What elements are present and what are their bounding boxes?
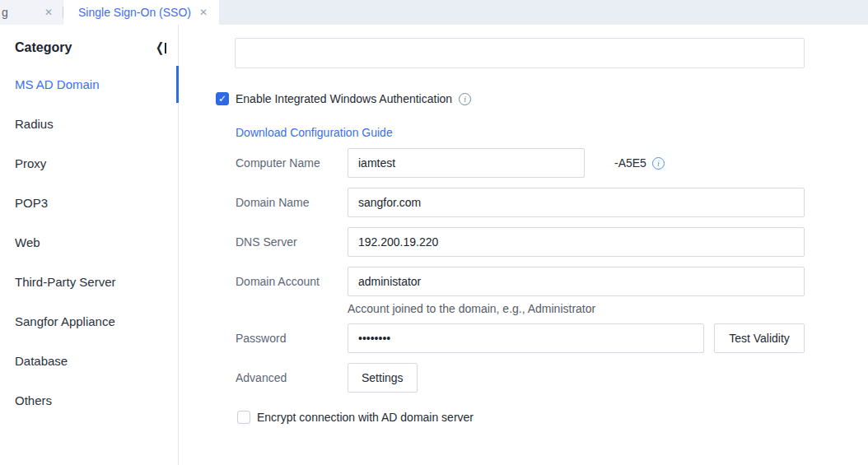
advanced-row: Advanced Settings <box>236 363 868 393</box>
computer-name-label: Computer Name <box>236 156 348 170</box>
domain-name-row: Domain Name <box>236 188 868 217</box>
domain-account-help-text: Account joined to the domain, e.g., Admi… <box>348 302 595 315</box>
dns-server-row: DNS Server <box>236 227 868 257</box>
info-icon[interactable]: i <box>459 93 471 105</box>
tab-single-sign-on[interactable]: Single Sign-On (SSO) ✕ <box>63 0 219 25</box>
sidebar-item-label: POP3 <box>15 196 48 210</box>
top-text-box[interactable] <box>235 38 805 68</box>
info-icon[interactable]: i <box>652 157 665 170</box>
domain-account-help-row: Account joined to the domain, e.g., Admi… <box>236 302 868 315</box>
sidebar-item-third-party-server[interactable]: Third-Party Server <box>0 262 178 301</box>
computer-name-input[interactable] <box>348 148 585 178</box>
sidebar-item-sangfor-appliance[interactable]: Sangfor Appliance <box>0 301 178 341</box>
tab-background-label: g <box>2 6 8 19</box>
sso-settings-panel: Enable Integrated Windows Authentication… <box>179 25 868 465</box>
enable-iwa-checkbox[interactable] <box>216 92 229 105</box>
encrypt-connection-label: Encrypt connection with AD domain server <box>257 411 474 424</box>
sidebar-item-label: Radius <box>15 117 54 131</box>
sidebar-items: MS AD Domain Radius Proxy POP3 Web Third… <box>0 64 178 420</box>
ad-domain-form: Computer Name -A5E5 i Domain Name DNS Se… <box>236 148 868 393</box>
encrypt-connection-row: Encrypt connection with AD domain server <box>237 411 868 424</box>
enable-iwa-label: Enable Integrated Windows Authentication <box>236 92 452 105</box>
domain-account-row: Domain Account <box>236 267 868 296</box>
computer-name-row: Computer Name -A5E5 i <box>236 148 868 178</box>
sidebar-item-web[interactable]: Web <box>0 222 178 262</box>
sidebar-item-database[interactable]: Database <box>0 341 178 380</box>
sidebar-item-ms-ad-domain[interactable]: MS AD Domain <box>0 64 178 104</box>
test-validity-button[interactable]: Test Validity <box>714 323 805 353</box>
sidebar-item-label: Proxy <box>15 156 46 170</box>
tab-bar: g ✕ Single Sign-On (SSO) ✕ <box>0 0 868 25</box>
suffix-text: -A5E5 <box>614 156 646 170</box>
tab-background[interactable]: g ✕ <box>0 0 63 25</box>
sidebar-item-label: Web <box>15 235 40 249</box>
sidebar-item-radius[interactable]: Radius <box>0 104 178 143</box>
domain-account-input[interactable] <box>348 267 805 296</box>
domain-name-label: Domain Name <box>236 196 348 209</box>
sidebar-header: Category ❮ <box>0 25 178 59</box>
sidebar-item-label: MS AD Domain <box>15 77 100 91</box>
sidebar-title: Category <box>15 40 72 55</box>
advanced-label: Advanced <box>236 371 348 384</box>
category-sidebar: Category ❮ MS AD Domain Radius Proxy POP… <box>0 25 179 465</box>
tab-active-label: Single Sign-On (SSO) <box>78 6 191 19</box>
dns-server-input[interactable] <box>348 227 805 257</box>
sidebar-item-pop3[interactable]: POP3 <box>0 183 178 222</box>
close-icon[interactable]: ✕ <box>44 7 53 17</box>
sidebar-item-label: Sangfor Appliance <box>15 314 115 328</box>
collapse-sidebar-icon[interactable]: ❮ <box>156 42 166 53</box>
advanced-settings-button[interactable]: Settings <box>348 363 418 393</box>
computer-name-suffix: -A5E5 i <box>614 156 665 170</box>
domain-name-input[interactable] <box>348 188 805 217</box>
collapse-bar <box>165 43 166 53</box>
sidebar-item-others[interactable]: Others <box>0 380 178 420</box>
sidebar-item-label: Database <box>15 354 68 368</box>
chevron-left-icon: ❮ <box>156 40 164 55</box>
encrypt-connection-checkbox[interactable] <box>237 411 250 424</box>
sidebar-item-proxy[interactable]: Proxy <box>0 143 178 183</box>
password-label: Password <box>236 332 348 345</box>
close-icon[interactable]: ✕ <box>199 7 208 17</box>
sidebar-item-label: Others <box>15 393 52 407</box>
enable-iwa-row: Enable Integrated Windows Authentication… <box>216 92 868 105</box>
domain-account-label: Domain Account <box>236 275 348 288</box>
password-row: Password Test Validity <box>236 323 868 353</box>
password-input[interactable] <box>348 323 704 353</box>
sidebar-item-label: Third-Party Server <box>15 275 116 289</box>
tab-bar-empty-space <box>219 0 868 25</box>
dns-server-label: DNS Server <box>236 235 348 249</box>
download-configuration-guide-link[interactable]: Download Configuration Guide <box>236 126 393 139</box>
